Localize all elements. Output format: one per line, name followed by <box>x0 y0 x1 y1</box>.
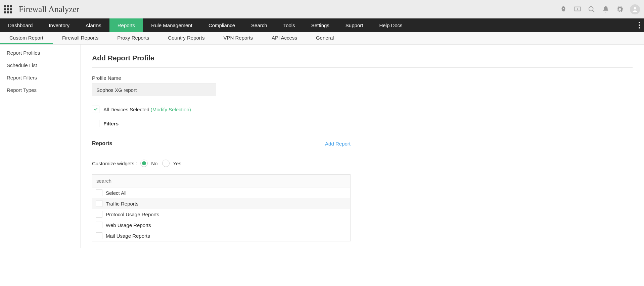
add-report-link[interactable]: Add Report <box>325 141 351 147</box>
sidebar-report-filters[interactable]: Report Filters <box>0 71 80 84</box>
reports-section-header: Reports Add Report <box>92 140 351 150</box>
presentation-icon[interactable] <box>573 5 582 13</box>
profile-name-label: Profile Name <box>92 75 633 81</box>
top-header: Firewall Analyzer <box>0 0 644 18</box>
rocket-icon[interactable] <box>559 5 567 13</box>
filters-row: Filters <box>92 120 633 127</box>
report-item-label: Web Usage Reports <box>106 222 151 228</box>
nav-rule-management[interactable]: Rule Management <box>143 18 200 32</box>
subnav-general[interactable]: General <box>307 32 343 44</box>
subnav-vpn-reports[interactable]: VPN Reports <box>214 32 263 44</box>
subnav-api-access[interactable]: API Access <box>262 32 307 44</box>
report-checkbox[interactable] <box>96 232 102 239</box>
reports-list-box: Select All Traffic Reports Protocol Usag… <box>92 174 351 241</box>
gear-icon[interactable] <box>616 5 624 13</box>
nav-settings[interactable]: Settings <box>303 18 337 32</box>
sidebar-report-types[interactable]: Report Types <box>0 84 80 96</box>
all-devices-row: All Devices Selected (Modify Selection) <box>92 106 633 113</box>
reports-list[interactable]: Select All Traffic Reports Protocol Usag… <box>92 187 350 241</box>
radio-yes-label: Yes <box>173 161 181 166</box>
report-item-traffic[interactable]: Traffic Reports <box>92 198 350 209</box>
all-devices-checkbox[interactable] <box>92 106 99 113</box>
nav-reports[interactable]: Reports <box>109 18 143 32</box>
report-checkbox[interactable] <box>96 200 102 207</box>
report-item-label: Protocol Usage Reports <box>106 212 159 217</box>
subnav-country-reports[interactable]: Country Reports <box>158 32 214 44</box>
nav-compliance[interactable]: Compliance <box>200 18 243 32</box>
left-sidebar: Report Profiles Schedule List Report Fil… <box>0 45 81 248</box>
nav-more-icon[interactable] <box>635 18 644 32</box>
sidebar-report-profiles[interactable]: Report Profiles <box>0 47 80 59</box>
subnav-firewall-reports[interactable]: Firewall Reports <box>53 32 108 44</box>
subnav-proxy-reports[interactable]: Proxy Reports <box>108 32 158 44</box>
reports-search-input[interactable] <box>92 175 350 187</box>
page-title: Add Report Profile <box>92 54 633 68</box>
report-checkbox[interactable] <box>96 189 102 196</box>
nav-search[interactable]: Search <box>243 18 275 32</box>
customize-widgets-label: Customize widgets : <box>92 161 137 166</box>
main-area: Add Report Profile Profile Name All Devi… <box>81 45 644 248</box>
modify-selection-link[interactable]: (Modify Selection) <box>151 107 191 112</box>
filters-checkbox[interactable] <box>92 120 99 127</box>
radio-no-label: No <box>151 161 157 166</box>
header-actions <box>559 4 640 14</box>
report-item-label: Mail Usage Reports <box>106 233 150 239</box>
user-avatar-icon[interactable] <box>630 4 640 14</box>
all-devices-label: All Devices Selected <box>103 107 149 112</box>
report-checkbox[interactable] <box>96 211 102 218</box>
report-item-web[interactable]: Web Usage Reports <box>92 220 350 230</box>
subnav-custom-report[interactable]: Custom Report <box>0 32 53 44</box>
svg-point-3 <box>634 7 636 9</box>
report-item-protocol[interactable]: Protocol Usage Reports <box>92 209 350 220</box>
report-checkbox[interactable] <box>96 222 102 228</box>
app-title: Firewall Analyzer <box>19 5 79 14</box>
nav-support[interactable]: Support <box>337 18 371 32</box>
reports-section-title: Reports <box>92 140 112 147</box>
filters-label: Filters <box>103 121 119 126</box>
nav-tools[interactable]: Tools <box>275 18 303 32</box>
nav-dashboard[interactable]: Dashboard <box>0 18 41 32</box>
radio-yes[interactable] <box>162 160 170 167</box>
search-icon[interactable] <box>588 5 596 13</box>
sub-nav: Custom Report Firewall Reports Proxy Rep… <box>0 32 644 45</box>
report-item-label: Select All <box>106 190 127 196</box>
svg-line-2 <box>593 10 595 12</box>
customize-widgets-row: Customize widgets : No Yes <box>92 160 633 167</box>
apps-grid-icon[interactable] <box>4 5 12 13</box>
report-item-select-all[interactable]: Select All <box>92 187 350 198</box>
report-item-mail[interactable]: Mail Usage Reports <box>92 230 350 241</box>
nav-alarms[interactable]: Alarms <box>78 18 109 32</box>
content: Report Profiles Schedule List Report Fil… <box>0 45 644 248</box>
profile-name-input[interactable] <box>92 83 216 96</box>
nav-inventory[interactable]: Inventory <box>41 18 78 32</box>
radio-no[interactable] <box>140 160 148 167</box>
main-nav: Dashboard Inventory Alarms Reports Rule … <box>0 18 644 32</box>
sidebar-schedule-list[interactable]: Schedule List <box>0 59 80 71</box>
nav-help-docs[interactable]: Help Docs <box>371 18 410 32</box>
report-item-label: Traffic Reports <box>106 201 139 207</box>
svg-point-1 <box>589 6 593 11</box>
bell-icon[interactable] <box>602 5 610 13</box>
